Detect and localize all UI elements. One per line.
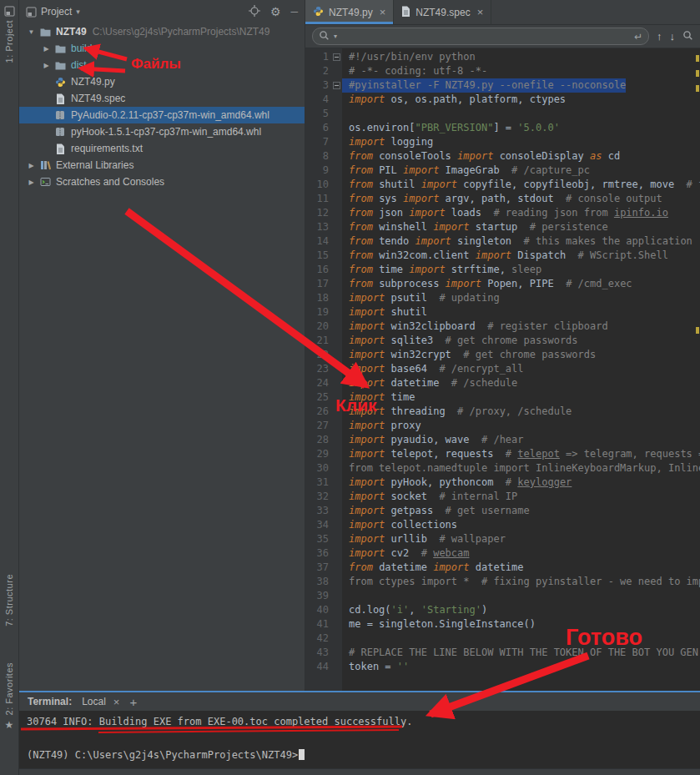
fold-spacer (330, 376, 342, 390)
fold-icon[interactable] (330, 50, 342, 64)
fold-icon[interactable] (330, 78, 342, 93)
tab-nzt49-py[interactable]: NZT49.py× (305, 0, 394, 24)
code-line-41[interactable]: 41me = singleton.SingleInstance() (305, 617, 700, 632)
code-line-40[interactable]: 40cd.log('i', 'Starting') (305, 603, 700, 617)
code-line-37[interactable]: 37from datetime import datetime (305, 561, 700, 575)
fold-spacer (330, 447, 342, 461)
code-line-13[interactable]: 13from winshell import startup # persist… (305, 220, 700, 234)
tree-item-dist[interactable]: ▶dist (19, 57, 305, 73)
code-line-15[interactable]: 15from win32com.client import Dispatch #… (305, 249, 700, 263)
code-line-44[interactable]: 44token = '' (305, 660, 700, 674)
chevron-down-icon[interactable]: ▾ (76, 8, 80, 16)
code-text: import psutil # updating (342, 291, 500, 305)
code-line-26[interactable]: 26import threading # /proxy, /schedule (305, 405, 700, 419)
fold-spacer (330, 206, 342, 220)
tab-label: NZT49.spec (415, 7, 470, 18)
code-line-30[interactable]: 30from telepot.namedtuple import InlineK… (305, 461, 700, 476)
code-text: from time import strftime, sleep (342, 263, 541, 277)
code-line-27[interactable]: 27import proxy (305, 419, 700, 433)
chevron-down-icon[interactable]: ▾ (334, 33, 337, 40)
code-line-33[interactable]: 33import getpass # get username (305, 504, 700, 518)
new-terminal-button[interactable]: + (129, 695, 137, 709)
code-line-2[interactable]: 2# -*- coding: utf-8 -*- (305, 64, 700, 78)
code-line-12[interactable]: 12from json import loads # reading json … (305, 206, 700, 220)
code-line-43[interactable]: 43# REPLACE THE LINE BELOW WITH THE TOKE… (305, 646, 700, 660)
fold-spacer (330, 149, 342, 164)
code-line-17[interactable]: 17from subprocess import Popen, PIPE # /… (305, 277, 700, 291)
code-line-1[interactable]: 1#!/usr/bin/env python (305, 50, 700, 64)
chevron-right-icon[interactable]: ▶ (39, 45, 53, 53)
chevron-right-icon[interactable]: ▶ (24, 179, 38, 186)
code-line-22[interactable]: 22import win32crypt # get chrome passwor… (305, 348, 700, 362)
tree-item-requirements-txt[interactable]: requirements.txt (19, 140, 305, 157)
terminal-output[interactable]: 30764 INFO: Building EXE from EXE-00.toc… (19, 711, 700, 768)
toolwindow-favorites-button[interactable]: 2: Favorites ★ (0, 662, 18, 731)
line-number: 12 (305, 206, 330, 220)
chevron-down-icon[interactable]: ▼ (24, 28, 38, 36)
code-line-18[interactable]: 18import psutil # updating (305, 291, 700, 305)
code-line-19[interactable]: 19import shutil (305, 305, 700, 320)
gear-icon[interactable]: ⚙ (270, 7, 281, 18)
code-line-23[interactable]: 23import base64 # /encrypt_all (305, 362, 700, 376)
code-text: os.environ["PBR_VERSION"] = '5.0.0' (342, 121, 560, 135)
code-line-5[interactable]: 5 (305, 107, 700, 121)
chevron-right-icon[interactable]: ▶ (39, 62, 53, 69)
code-line-28[interactable]: 28import pyaudio, wave # /hear (305, 433, 700, 447)
chevron-right-icon[interactable]: ▶ (24, 162, 38, 169)
hide-panel-icon[interactable]: ─ (290, 6, 298, 18)
scratches-icon (38, 177, 52, 187)
tree-item-build[interactable]: ▶build (19, 40, 305, 57)
find-options-icon[interactable] (682, 29, 693, 44)
code-line-10[interactable]: 10from shutil import copyfile, copyfileo… (305, 178, 700, 192)
code-line-20[interactable]: 20import win32clipboard # register clipb… (305, 320, 700, 334)
search-input[interactable] (341, 31, 630, 43)
close-icon[interactable]: × (477, 6, 484, 18)
code-line-32[interactable]: 32import socket # internal IP (305, 490, 700, 504)
previous-occurrence-icon[interactable]: ↑ (657, 30, 662, 43)
code-line-42[interactable]: 42 (305, 632, 700, 646)
line-number: 3 (305, 78, 330, 93)
next-occurrence-icon[interactable]: ↓ (670, 30, 676, 43)
code-line-34[interactable]: 34import collections (305, 518, 700, 532)
code-line-16[interactable]: 16from time import strftime, sleep (305, 263, 700, 277)
code-area[interactable]: 1#!/usr/bin/env python2# -*- coding: utf… (305, 48, 700, 691)
code-line-21[interactable]: 21import sqlite3 # get chrome passwords (305, 334, 700, 348)
project-panel-title[interactable]: Project (41, 6, 72, 18)
fold-spacer (330, 334, 342, 348)
code-line-39[interactable]: 39 (305, 589, 700, 603)
close-icon[interactable]: × (113, 696, 120, 708)
code-line-14[interactable]: 14from tendo import singleton # this mak… (305, 234, 700, 249)
tree-item-nzt49-py[interactable]: NZT49.py (19, 73, 305, 90)
code-line-4[interactable]: 4import os, os.path, platform, ctypes (305, 93, 700, 107)
code-line-24[interactable]: 24import datetime # /schedule (305, 376, 700, 390)
close-icon[interactable]: × (380, 6, 386, 18)
code-line-38[interactable]: 38from ctypes import * # fixing pyinstal… (305, 575, 700, 589)
tree-item-pyaudio-0-2-11-cp37-cp37m-win-amd64-whl[interactable]: PyAudio-0.2.11-cp37-cp37m-win_amd64.whl (19, 107, 305, 123)
code-line-7[interactable]: 7import logging (305, 135, 700, 149)
tree-item-label: NZT49 (56, 26, 87, 38)
code-line-36[interactable]: 36import cv2 # webcam (305, 546, 700, 561)
code-line-35[interactable]: 35import urllib # wallpaper (305, 532, 700, 546)
code-line-3[interactable]: 3#pyinstaller -F NZT49.py --onefile --no… (305, 78, 700, 93)
tree-item-nzt49[interactable]: ▼NZT49C:\Users\g2j4s\PycharmProjects\NZT… (19, 23, 305, 40)
code-line-9[interactable]: 9from PIL import ImageGrab # /capture_pc (305, 164, 700, 178)
code-line-8[interactable]: 8from consoleTools import consoleDisplay… (305, 149, 700, 164)
terminal-tab-local[interactable]: Local × (82, 696, 119, 708)
code-line-11[interactable]: 11from sys import argv, path, stdout # c… (305, 192, 700, 206)
code-line-31[interactable]: 31import pyHook, pythoncom # keylogger (305, 476, 700, 490)
tree-item-external-libraries[interactable]: ▶External Libraries (19, 157, 305, 174)
toolwindow-project-button[interactable]: 1: Project (0, 5, 18, 63)
tree-item-nzt49-spec[interactable]: NZT49.spec (19, 90, 305, 107)
locate-file-icon[interactable] (249, 5, 260, 19)
code-line-29[interactable]: 29import telepot, requests # telepot => … (305, 447, 700, 461)
search-field[interactable]: ▾ ↵ (312, 28, 649, 45)
editor: NZT49.py×NZT49.spec× ▾ ↵ ↑ ↓ 1#!/usr/bin… (305, 0, 700, 691)
code-line-25[interactable]: 25import time (305, 390, 700, 405)
toolwindow-structure-button[interactable]: 7: Structure (0, 574, 18, 627)
tab-nzt49-spec[interactable]: NZT49.spec× (394, 0, 491, 24)
code-line-6[interactable]: 6os.environ["PBR_VERSION"] = '5.0.0' (305, 121, 700, 135)
line-number: 18 (305, 291, 330, 305)
tree-item-scratches-and-consoles[interactable]: ▶Scratches and Consoles (19, 174, 305, 190)
tree-item-pyhook-1-5-1-cp37-cp37m-win-amd64-whl[interactable]: pyHook-1.5.1-cp37-cp37m-win_amd64.whl (19, 123, 305, 140)
code-text: # -*- coding: utf-8 -*- (342, 64, 487, 78)
